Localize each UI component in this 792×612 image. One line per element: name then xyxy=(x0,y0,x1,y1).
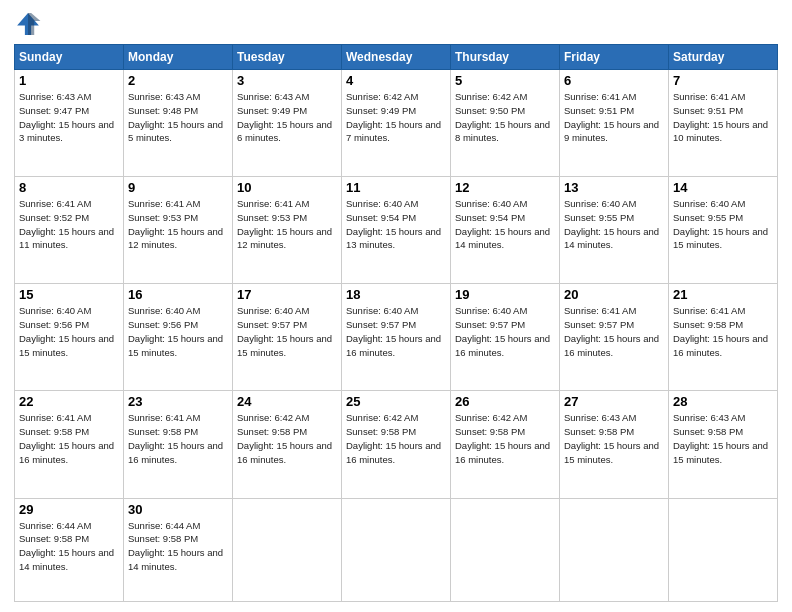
day-info: Sunrise: 6:40 AMSunset: 9:56 PMDaylight:… xyxy=(19,304,119,359)
day-number: 30 xyxy=(128,502,228,517)
calendar-cell: 28Sunrise: 6:43 AMSunset: 9:58 PMDayligh… xyxy=(669,391,778,498)
sunrise-text: Sunrise: 6:42 AM xyxy=(346,91,418,102)
sunrise-text: Sunrise: 6:41 AM xyxy=(128,412,200,423)
sunset-text: Sunset: 9:49 PM xyxy=(346,105,416,116)
calendar-cell: 1Sunrise: 6:43 AMSunset: 9:47 PMDaylight… xyxy=(15,70,124,177)
day-info: Sunrise: 6:43 AMSunset: 9:47 PMDaylight:… xyxy=(19,90,119,145)
day-info: Sunrise: 6:43 AMSunset: 9:58 PMDaylight:… xyxy=(564,411,664,466)
daylight-text: Daylight: 15 hours and 16 minutes. xyxy=(128,440,223,465)
day-number: 7 xyxy=(673,73,773,88)
sunrise-text: Sunrise: 6:40 AM xyxy=(346,305,418,316)
calendar-cell: 15Sunrise: 6:40 AMSunset: 9:56 PMDayligh… xyxy=(15,284,124,391)
calendar-cell: 8Sunrise: 6:41 AMSunset: 9:52 PMDaylight… xyxy=(15,177,124,284)
daylight-text: Daylight: 15 hours and 3 minutes. xyxy=(19,119,114,144)
sunrise-text: Sunrise: 6:42 AM xyxy=(455,412,527,423)
sunset-text: Sunset: 9:47 PM xyxy=(19,105,89,116)
sunset-text: Sunset: 9:58 PM xyxy=(673,319,743,330)
logo-icon xyxy=(14,10,42,38)
calendar-header-tuesday: Tuesday xyxy=(233,45,342,70)
day-info: Sunrise: 6:40 AMSunset: 9:57 PMDaylight:… xyxy=(237,304,337,359)
day-number: 8 xyxy=(19,180,119,195)
sunrise-text: Sunrise: 6:40 AM xyxy=(564,198,636,209)
daylight-text: Daylight: 15 hours and 15 minutes. xyxy=(19,333,114,358)
sunset-text: Sunset: 9:55 PM xyxy=(673,212,743,223)
sunset-text: Sunset: 9:53 PM xyxy=(128,212,198,223)
day-info: Sunrise: 6:43 AMSunset: 9:48 PMDaylight:… xyxy=(128,90,228,145)
daylight-text: Daylight: 15 hours and 5 minutes. xyxy=(128,119,223,144)
day-number: 23 xyxy=(128,394,228,409)
day-number: 29 xyxy=(19,502,119,517)
day-info: Sunrise: 6:40 AMSunset: 9:55 PMDaylight:… xyxy=(673,197,773,252)
day-info: Sunrise: 6:41 AMSunset: 9:51 PMDaylight:… xyxy=(564,90,664,145)
calendar-cell: 20Sunrise: 6:41 AMSunset: 9:57 PMDayligh… xyxy=(560,284,669,391)
day-number: 3 xyxy=(237,73,337,88)
day-info: Sunrise: 6:41 AMSunset: 9:51 PMDaylight:… xyxy=(673,90,773,145)
sunset-text: Sunset: 9:51 PM xyxy=(564,105,634,116)
sunrise-text: Sunrise: 6:41 AM xyxy=(19,198,91,209)
sunrise-text: Sunrise: 6:43 AM xyxy=(19,91,91,102)
calendar-cell: 14Sunrise: 6:40 AMSunset: 9:55 PMDayligh… xyxy=(669,177,778,284)
day-number: 4 xyxy=(346,73,446,88)
calendar-cell xyxy=(560,498,669,601)
sunset-text: Sunset: 9:52 PM xyxy=(19,212,89,223)
sunset-text: Sunset: 9:57 PM xyxy=(564,319,634,330)
calendar-cell: 19Sunrise: 6:40 AMSunset: 9:57 PMDayligh… xyxy=(451,284,560,391)
daylight-text: Daylight: 15 hours and 14 minutes. xyxy=(19,547,114,572)
calendar-row-3: 15Sunrise: 6:40 AMSunset: 9:56 PMDayligh… xyxy=(15,284,778,391)
day-info: Sunrise: 6:43 AMSunset: 9:49 PMDaylight:… xyxy=(237,90,337,145)
daylight-text: Daylight: 15 hours and 16 minutes. xyxy=(673,333,768,358)
calendar-cell: 13Sunrise: 6:40 AMSunset: 9:55 PMDayligh… xyxy=(560,177,669,284)
daylight-text: Daylight: 15 hours and 11 minutes. xyxy=(19,226,114,251)
sunset-text: Sunset: 9:57 PM xyxy=(455,319,525,330)
sunset-text: Sunset: 9:54 PM xyxy=(455,212,525,223)
calendar-cell: 9Sunrise: 6:41 AMSunset: 9:53 PMDaylight… xyxy=(124,177,233,284)
sunset-text: Sunset: 9:58 PM xyxy=(346,426,416,437)
daylight-text: Daylight: 15 hours and 12 minutes. xyxy=(237,226,332,251)
header xyxy=(14,10,778,38)
sunset-text: Sunset: 9:50 PM xyxy=(455,105,525,116)
daylight-text: Daylight: 15 hours and 16 minutes. xyxy=(19,440,114,465)
day-number: 18 xyxy=(346,287,446,302)
sunset-text: Sunset: 9:58 PM xyxy=(237,426,307,437)
daylight-text: Daylight: 15 hours and 16 minutes. xyxy=(237,440,332,465)
calendar-cell: 27Sunrise: 6:43 AMSunset: 9:58 PMDayligh… xyxy=(560,391,669,498)
calendar-header-saturday: Saturday xyxy=(669,45,778,70)
sunrise-text: Sunrise: 6:41 AM xyxy=(564,305,636,316)
sunset-text: Sunset: 9:49 PM xyxy=(237,105,307,116)
daylight-text: Daylight: 15 hours and 16 minutes. xyxy=(346,333,441,358)
sunrise-text: Sunrise: 6:44 AM xyxy=(19,520,91,531)
sunrise-text: Sunrise: 6:43 AM xyxy=(237,91,309,102)
calendar-cell xyxy=(451,498,560,601)
sunrise-text: Sunrise: 6:40 AM xyxy=(237,305,309,316)
day-info: Sunrise: 6:40 AMSunset: 9:55 PMDaylight:… xyxy=(564,197,664,252)
sunset-text: Sunset: 9:58 PM xyxy=(455,426,525,437)
calendar-cell: 25Sunrise: 6:42 AMSunset: 9:58 PMDayligh… xyxy=(342,391,451,498)
sunset-text: Sunset: 9:58 PM xyxy=(564,426,634,437)
calendar-cell: 16Sunrise: 6:40 AMSunset: 9:56 PMDayligh… xyxy=(124,284,233,391)
calendar-header-friday: Friday xyxy=(560,45,669,70)
calendar-cell: 11Sunrise: 6:40 AMSunset: 9:54 PMDayligh… xyxy=(342,177,451,284)
day-info: Sunrise: 6:42 AMSunset: 9:58 PMDaylight:… xyxy=(346,411,446,466)
sunrise-text: Sunrise: 6:41 AM xyxy=(564,91,636,102)
daylight-text: Daylight: 15 hours and 16 minutes. xyxy=(455,440,550,465)
sunrise-text: Sunrise: 6:41 AM xyxy=(128,198,200,209)
day-info: Sunrise: 6:41 AMSunset: 9:58 PMDaylight:… xyxy=(19,411,119,466)
day-number: 1 xyxy=(19,73,119,88)
day-number: 12 xyxy=(455,180,555,195)
day-number: 15 xyxy=(19,287,119,302)
day-info: Sunrise: 6:40 AMSunset: 9:54 PMDaylight:… xyxy=(455,197,555,252)
sunrise-text: Sunrise: 6:40 AM xyxy=(455,198,527,209)
daylight-text: Daylight: 15 hours and 15 minutes. xyxy=(237,333,332,358)
calendar-cell: 21Sunrise: 6:41 AMSunset: 9:58 PMDayligh… xyxy=(669,284,778,391)
sunrise-text: Sunrise: 6:41 AM xyxy=(673,91,745,102)
day-number: 10 xyxy=(237,180,337,195)
daylight-text: Daylight: 15 hours and 10 minutes. xyxy=(673,119,768,144)
sunrise-text: Sunrise: 6:40 AM xyxy=(128,305,200,316)
day-number: 16 xyxy=(128,287,228,302)
sunset-text: Sunset: 9:58 PM xyxy=(128,426,198,437)
daylight-text: Daylight: 15 hours and 15 minutes. xyxy=(128,333,223,358)
calendar-cell: 10Sunrise: 6:41 AMSunset: 9:53 PMDayligh… xyxy=(233,177,342,284)
calendar-header-wednesday: Wednesday xyxy=(342,45,451,70)
daylight-text: Daylight: 15 hours and 15 minutes. xyxy=(673,440,768,465)
sunset-text: Sunset: 9:55 PM xyxy=(564,212,634,223)
